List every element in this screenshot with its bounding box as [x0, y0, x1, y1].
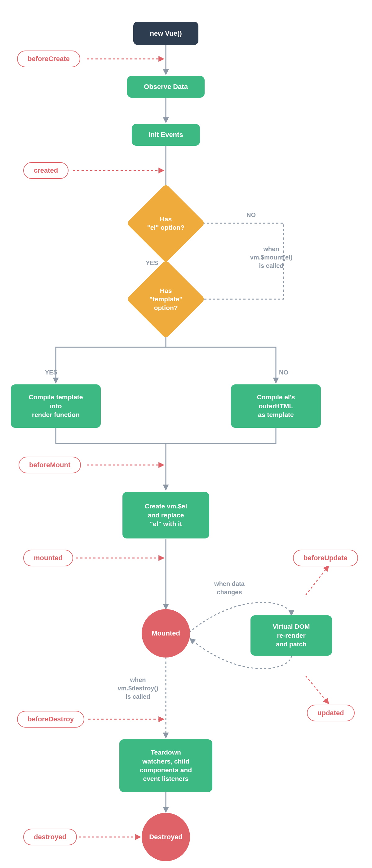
node-label: Compile el's outerHTML as template: [257, 393, 295, 419]
node-label: new Vue(): [150, 29, 182, 38]
hook-label: created: [34, 166, 58, 175]
node-create-vm-el: Create vm.$el and replace "el" with it: [122, 492, 209, 538]
label-when-destroy: when vm.$destroy() is called: [107, 676, 169, 701]
label-yes-template: YES: [45, 368, 57, 377]
node-label: Init Events: [149, 130, 183, 140]
label-when-data-changes: when data changes: [202, 580, 257, 596]
hook-updated: updated: [307, 705, 354, 721]
node-init-events: Init Events: [132, 124, 200, 146]
node-compile-template: Compile template into render function: [11, 384, 101, 428]
svg-line-18: [306, 676, 329, 704]
node-new-vue: new Vue(): [133, 22, 198, 45]
node-has-template-option: Has "template" option?: [126, 260, 206, 339]
node-label: Create vm.$el and replace "el" with it: [145, 502, 187, 528]
hook-label: destroyed: [34, 833, 66, 841]
node-label: Virtual DOM re-render and patch: [273, 622, 310, 649]
node-label: Has "el" option?: [147, 215, 184, 232]
node-has-el-option: Has "el" option?: [126, 184, 206, 263]
label-no-template: NO: [279, 368, 288, 377]
node-label: Mounted: [152, 629, 180, 638]
label-no-el: NO: [246, 211, 256, 219]
node-label: Teardown watchers, child components and …: [140, 748, 192, 783]
svg-line-17: [306, 566, 329, 595]
hook-created: created: [23, 162, 68, 179]
node-virtual-dom: Virtual DOM re-render and patch: [250, 615, 332, 656]
hook-label: beforeUpdate: [304, 554, 347, 562]
hook-before-destroy: beforeDestroy: [17, 711, 84, 727]
hook-label: beforeDestroy: [28, 715, 74, 723]
hook-label: beforeMount: [29, 461, 70, 469]
node-teardown: Teardown watchers, child components and …: [119, 739, 212, 792]
label-yes-el: YES: [146, 259, 158, 267]
node-label: Has "template" option?: [149, 286, 182, 312]
lifecycle-diagram: new Vue() Observe Data Init Events Has "…: [0, 0, 372, 868]
node-label: Observe Data: [144, 82, 188, 91]
node-destroyed-circle: Destroyed: [142, 813, 190, 861]
hook-mounted: mounted: [23, 550, 73, 566]
hook-label: mounted: [34, 554, 63, 562]
label-when-mount: when vm.$mount(el) is called: [236, 245, 307, 270]
node-label: Compile template into render function: [29, 393, 83, 419]
hook-label: beforeCreate: [28, 55, 70, 63]
hook-before-update: beforeUpdate: [293, 550, 358, 566]
node-mounted-circle: Mounted: [142, 609, 190, 657]
node-compile-el-outerhtml: Compile el's outerHTML as template: [231, 384, 321, 428]
hook-destroyed: destroyed: [23, 829, 77, 845]
hook-label: updated: [317, 709, 344, 717]
hook-before-create: beforeCreate: [17, 51, 80, 67]
node-label: Destroyed: [149, 832, 183, 842]
hook-before-mount: beforeMount: [19, 457, 81, 473]
node-observe-data: Observe Data: [127, 76, 205, 98]
